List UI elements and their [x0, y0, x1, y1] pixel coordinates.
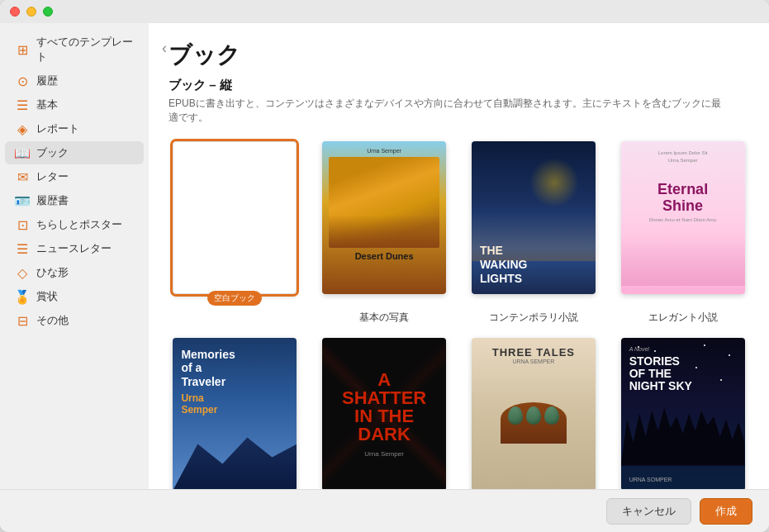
- blank-book-badge: 空白ブック: [207, 291, 262, 306]
- sidebar-item-other[interactable]: ⊟その他: [5, 309, 144, 332]
- cover-meta: Lorem Ipsum Dolor SitUrna Semper: [658, 150, 708, 165]
- sidebar-label-origami: ひな形: [36, 265, 69, 280]
- template-desert-dunes[interactable]: Urna Semper Desert Dunes 基本の写真: [318, 141, 451, 325]
- sidebar-label-book: ブック: [36, 145, 69, 160]
- sidebar-icon-letter: ✉: [15, 169, 30, 184]
- desert-dunes-thumb: Urna Semper Desert Dunes: [322, 141, 446, 294]
- sidebar-icon-all-templates: ⊞: [15, 42, 30, 57]
- city-lights: [472, 211, 596, 261]
- sidebar-label-basic: 基本: [36, 97, 58, 112]
- nest-area: [501, 364, 567, 482]
- template-night-sky[interactable]: A Novel STORIESOF THENIGHT SKY URNA SOMP…: [616, 338, 749, 489]
- section-title: ブック – 縦: [169, 78, 749, 93]
- waking-lights-thumb: THEWAKINGLIGHTS: [472, 141, 596, 294]
- sidebar-label-certificate: 賞状: [36, 289, 58, 304]
- sidebar-icon-flyer: ⊡: [15, 217, 30, 232]
- section-description: EPUBに書き出すと、コンテンツはさまざまなデバイスや方向に合わせて自動調整され…: [169, 97, 730, 125]
- mountain-decoration: [173, 425, 297, 489]
- back-button[interactable]: ‹: [155, 36, 173, 60]
- sidebar-icon-resume: 🪪: [15, 193, 30, 208]
- night-sky-author: URNA SOMPER: [629, 477, 672, 482]
- sidebar-icon-other: ⊟: [15, 313, 30, 328]
- three-tales-title: THREE TALES: [492, 346, 575, 359]
- night-sky-thumb: A Novel STORIESOF THENIGHT SKY URNA SOMP…: [621, 338, 745, 489]
- template-three-tales[interactable]: THREE TALES URNA SEMPER シンプルな小説: [468, 338, 600, 489]
- egg-3: [544, 406, 559, 425]
- memories-title: Memoriesof aTraveler: [181, 348, 288, 389]
- sidebar-label-history: 履歴: [36, 74, 58, 88]
- sidebar-icon-origami: ◇: [15, 265, 30, 280]
- page-title: ブック: [169, 40, 749, 71]
- eternal-shine-thumb: Lorem Ipsum Dolor SitUrna Semper Eternal…: [621, 141, 745, 294]
- template-memories[interactable]: Memoriesof aTraveler UrnaSemper 私小説: [169, 338, 301, 489]
- titlebar: [0, 0, 769, 23]
- desert-title: Desert Dunes: [329, 251, 439, 261]
- cover-publisher: Urna Semper: [329, 148, 439, 154]
- shatter-author: Urna Semper: [364, 450, 404, 458]
- sidebar-label-other: その他: [36, 313, 69, 328]
- sidebar-label-newsletter: ニュースレター: [36, 241, 112, 256]
- memories-author: UrnaSemper: [181, 392, 288, 416]
- footer: キャンセル 作成: [0, 489, 769, 532]
- sidebar-icon-book: 📖: [15, 145, 30, 160]
- sidebar-item-newsletter[interactable]: ☰ニュースレター: [5, 237, 144, 260]
- sidebar-item-certificate[interactable]: 🏅賞状: [5, 285, 144, 308]
- main-window: ⊞すべてのテンプレート⊙履歴☰基本◈レポート📖ブック✉レター🪪履歴書⊡ちらしとポ…: [0, 0, 769, 532]
- minimize-button[interactable]: [26, 7, 36, 17]
- content-area: ‹ ブック ブック – 縦 EPUBに書き出すと、コンテンツはさまざまなデバイス…: [149, 23, 769, 489]
- shatter-thumb: ASHATTERIN THEDARK Urna Semper: [322, 338, 446, 489]
- template-blank[interactable]: 空白ブック: [169, 141, 301, 325]
- desert-image: [329, 157, 439, 248]
- cover-sub: Donec Arcu et Nam Diam Arcu: [649, 217, 716, 222]
- shatter-title: ASHATTERIN THEDARK: [342, 371, 426, 444]
- template-label: コンテンポラリ小説: [489, 311, 578, 325]
- egg-1: [508, 406, 523, 425]
- create-button[interactable]: 作成: [700, 498, 752, 525]
- three-tales-thumb: THREE TALES URNA SEMPER: [472, 338, 596, 489]
- template-waking-lights[interactable]: THEWAKINGLIGHTS コンテンポラリ小説: [468, 141, 600, 325]
- trees-decoration: [621, 408, 745, 466]
- cancel-button[interactable]: キャンセル: [606, 498, 691, 525]
- sidebar-icon-newsletter: ☰: [15, 241, 30, 256]
- sidebar-item-history[interactable]: ⊙履歴: [5, 69, 144, 93]
- sidebar-item-flyer[interactable]: ⊡ちらしとポスター: [5, 213, 144, 236]
- close-button[interactable]: [10, 7, 20, 17]
- sidebar-item-all-templates[interactable]: ⊞すべてのテンプレート: [5, 31, 144, 69]
- template-label: 基本の写真: [359, 311, 409, 325]
- sidebar-item-letter[interactable]: ✉レター: [5, 165, 144, 188]
- sidebar-item-basic[interactable]: ☰基本: [5, 93, 144, 116]
- flower-decoration: [621, 236, 745, 286]
- stars-decoration: [621, 338, 745, 404]
- sidebar-item-resume[interactable]: 🪪履歴書: [5, 189, 144, 212]
- blank-book-thumb: [173, 141, 297, 294]
- eternal-title: EternalShine: [657, 182, 708, 215]
- sidebar-label-all-templates: すべてのテンプレート: [36, 35, 134, 64]
- sidebar-icon-basic: ☰: [15, 97, 30, 112]
- sidebar-icon-report: ◈: [15, 121, 30, 136]
- main-content: ⊞すべてのテンプレート⊙履歴☰基本◈レポート📖ブック✉レター🪪履歴書⊡ちらしとポ…: [0, 23, 769, 489]
- three-tales-author: URNA SEMPER: [512, 359, 554, 364]
- sidebar-label-report: レポート: [36, 121, 79, 136]
- egg-2: [526, 406, 541, 425]
- sidebar-item-report[interactable]: ◈レポート: [5, 117, 144, 140]
- memories-thumb: Memoriesof aTraveler UrnaSemper: [173, 338, 297, 489]
- maximize-button[interactable]: [43, 7, 53, 17]
- sidebar-item-book[interactable]: 📖ブック: [5, 141, 144, 164]
- template-shatter[interactable]: ASHATTERIN THEDARK Urna Semper 先鋭的小説: [318, 338, 451, 489]
- template-label: エレガント小説: [648, 311, 718, 325]
- template-eternal-shine[interactable]: Lorem Ipsum Dolor SitUrna Semper Eternal…: [616, 141, 749, 325]
- sidebar-icon-certificate: 🏅: [15, 289, 30, 304]
- sidebar-label-flyer: ちらしとポスター: [36, 217, 122, 232]
- sidebar-label-letter: レター: [36, 169, 69, 184]
- sidebar-icon-history: ⊙: [15, 74, 30, 88]
- sidebar: ⊞すべてのテンプレート⊙履歴☰基本◈レポート📖ブック✉レター🪪履歴書⊡ちらしとポ…: [0, 23, 149, 489]
- nest: [501, 402, 567, 444]
- templates-grid: 空白ブック Urna Semper Desert Dunes 基本の写真: [169, 141, 749, 489]
- sidebar-item-origami[interactable]: ◇ひな形: [5, 261, 144, 284]
- sidebar-label-resume: 履歴書: [36, 193, 69, 208]
